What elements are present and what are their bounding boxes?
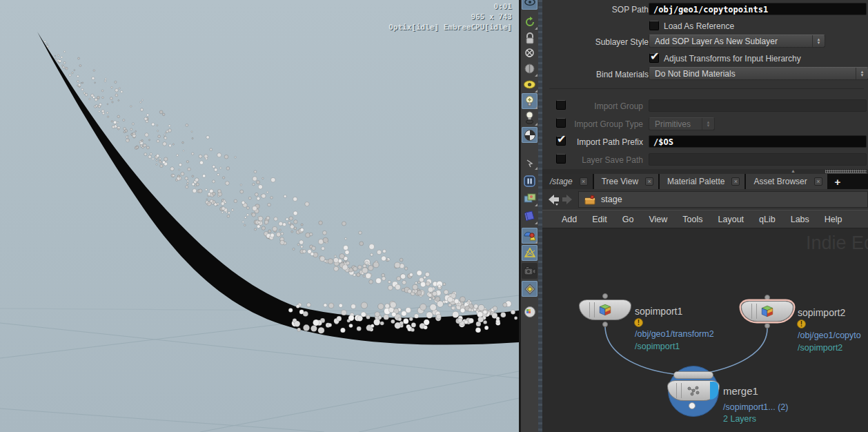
node-output-connector[interactable] bbox=[602, 322, 608, 327]
menu-help[interactable]: Help bbox=[825, 215, 842, 224]
sopimport-icon bbox=[598, 303, 612, 317]
scatter-points bbox=[44, 41, 517, 333]
pause-icon[interactable] bbox=[522, 173, 537, 189]
headlight-icon[interactable] bbox=[522, 61, 537, 77]
sublayer-style-dropdown[interactable]: Add SOP Layer As New Sublayer ▲▼ bbox=[649, 35, 825, 48]
adjust-transforms-checkbox[interactable]: ✔ bbox=[649, 53, 659, 63]
sopimport-icon bbox=[760, 304, 774, 318]
material-sphere-icon[interactable] bbox=[522, 304, 537, 320]
close-icon[interactable]: × bbox=[731, 177, 740, 186]
menu-edit[interactable]: Edit bbox=[592, 215, 607, 224]
tab-stage[interactable]: /stage × bbox=[542, 174, 593, 189]
tab-tree-view[interactable]: Tree View × bbox=[594, 174, 658, 189]
warning-icon[interactable]: ! bbox=[634, 318, 643, 327]
back-arrow-icon[interactable] bbox=[546, 193, 560, 206]
import-group-type-label: Import Group Type bbox=[548, 119, 643, 129]
import-group-field[interactable] bbox=[649, 99, 867, 112]
node-source-path: /obj/geo1/transform2 bbox=[635, 329, 714, 339]
load-as-reference-label: Load As Reference bbox=[664, 21, 734, 31]
node-sopimport2[interactable] bbox=[741, 301, 793, 322]
layer-save-path-field[interactable] bbox=[649, 153, 867, 166]
bind-materials-value: Do Not Bind Materials bbox=[649, 69, 856, 79]
node-prim-path: /sopimport2 bbox=[798, 343, 842, 353]
sublayer-style-value: Add SOP Layer As New Sublayer bbox=[649, 37, 812, 46]
network-menu-bar: Add Edit Go View Tools Layout qLib Labs … bbox=[542, 210, 868, 228]
merge-icon bbox=[686, 384, 701, 397]
node-input-connector[interactable] bbox=[765, 295, 770, 300]
close-icon[interactable]: × bbox=[645, 177, 653, 186]
network-path-field[interactable]: stage bbox=[578, 191, 868, 208]
load-as-reference-checkbox[interactable] bbox=[649, 21, 659, 30]
node-source-path: /obj/geo1/copyto bbox=[798, 331, 861, 340]
menu-qlib[interactable]: qLib bbox=[759, 215, 776, 224]
snapshot-gallery-icon[interactable] bbox=[522, 190, 537, 206]
node-sopimport1[interactable] bbox=[579, 300, 631, 320]
camera-icon[interactable] bbox=[522, 263, 537, 279]
check-icon: ✔ bbox=[650, 50, 659, 63]
spinner-icon[interactable]: ▲▼ bbox=[702, 118, 714, 130]
lock-icon[interactable] bbox=[522, 30, 537, 46]
menu-labs[interactable]: Labs bbox=[791, 215, 809, 224]
spinner-icon[interactable]: ▲▼ bbox=[856, 68, 868, 79]
template-wireframe-icon[interactable] bbox=[522, 245, 537, 261]
viewport-toolbar bbox=[521, 0, 538, 432]
pane-tab-bar: /stage × Tree View × Material Palette × … bbox=[542, 174, 868, 189]
tab-label: Asset Browser bbox=[753, 177, 807, 186]
node-output-connector[interactable] bbox=[689, 402, 696, 409]
close-icon[interactable]: × bbox=[580, 177, 588, 186]
menu-layout[interactable]: Layout bbox=[718, 215, 744, 224]
shadows-icon[interactable] bbox=[522, 110, 537, 126]
tab-asset-browser[interactable]: Asset Browser × bbox=[746, 174, 827, 189]
sop-path-label: SOP Path bbox=[548, 5, 649, 14]
new-tab-button[interactable]: + bbox=[829, 174, 847, 189]
no-lights-icon[interactable] bbox=[522, 46, 537, 61]
import-group-type-dropdown[interactable]: Primitives ▲▼ bbox=[649, 117, 715, 130]
network-editor[interactable]: Indie Editi sopimport1 ! /obj/geo1/trans… bbox=[542, 228, 868, 432]
tab-label: Tree View bbox=[602, 177, 638, 186]
node-title: sopimport1 bbox=[635, 306, 682, 317]
spinner-icon[interactable]: ▲▼ bbox=[812, 35, 825, 47]
rotate-sync-icon[interactable] bbox=[522, 14, 537, 30]
node-title: merge1 bbox=[723, 385, 758, 397]
forward-arrow-icon[interactable] bbox=[562, 193, 574, 206]
playback-time: 0:01 bbox=[494, 2, 513, 11]
select-mode-icon[interactable] bbox=[522, 157, 537, 170]
node-prim-path: /sopimport1 bbox=[635, 342, 680, 351]
import-group-type-value: Primitives bbox=[649, 119, 702, 129]
warning-icon[interactable]: ! bbox=[797, 320, 806, 328]
sublayer-style-label: Sublayer Style bbox=[548, 37, 649, 47]
viewport-resolution: 965 x 743 bbox=[471, 12, 512, 21]
tab-material-palette[interactable]: Material Palette × bbox=[660, 174, 744, 189]
menu-go[interactable]: Go bbox=[622, 215, 634, 224]
path-bar: stage bbox=[542, 189, 868, 210]
separator bbox=[549, 88, 864, 89]
visualize-eye-icon[interactable] bbox=[522, 77, 537, 92]
tab-scroll-strip: ▲ bbox=[542, 169, 868, 174]
close-icon[interactable]: × bbox=[814, 177, 822, 186]
menu-tools[interactable]: Tools bbox=[682, 215, 702, 224]
parameter-panel: SOP Path /obj/geo1/copytopoints1 Load As… bbox=[542, 0, 868, 169]
high-quality-shading-icon[interactable] bbox=[522, 127, 537, 143]
tab-scroll-icon[interactable]: ▲ bbox=[791, 168, 796, 173]
import-path-prefix-field[interactable]: /$OS bbox=[649, 135, 867, 148]
visibility-icon[interactable] bbox=[522, 0, 537, 10]
scene-graph-book-icon[interactable] bbox=[522, 208, 537, 224]
sop-path-field[interactable]: /obj/geo1/copytopoints1 bbox=[649, 3, 867, 15]
tab-label: /stage bbox=[550, 177, 573, 186]
import-path-prefix-label: Import Path Prefix bbox=[548, 137, 643, 147]
node-cap bbox=[673, 371, 713, 379]
drag-handle[interactable] bbox=[825, 170, 867, 173]
bind-materials-label: Bind Materials bbox=[548, 70, 649, 79]
node-input-connector[interactable] bbox=[602, 293, 608, 299]
node-output-connector[interactable] bbox=[765, 323, 770, 328]
scene-viewport[interactable]: 0:01 965 x 743 Optix[idle] EmbreeCPU[idl… bbox=[0, 0, 519, 432]
node-source-path: /sopimport1... (2) bbox=[723, 402, 788, 412]
lights-icon[interactable] bbox=[522, 93, 537, 109]
menu-view[interactable]: View bbox=[649, 215, 667, 224]
bind-materials-dropdown[interactable]: Do Not Bind Materials ▲▼ bbox=[649, 67, 868, 80]
menu-add[interactable]: Add bbox=[562, 215, 577, 224]
renderer-status: Optix[idle] EmbreeCPU[idle] bbox=[388, 23, 512, 32]
node-merge1[interactable] bbox=[667, 380, 720, 401]
geometry-shapes-icon[interactable] bbox=[522, 228, 537, 244]
display-options-icon[interactable] bbox=[522, 281, 537, 297]
